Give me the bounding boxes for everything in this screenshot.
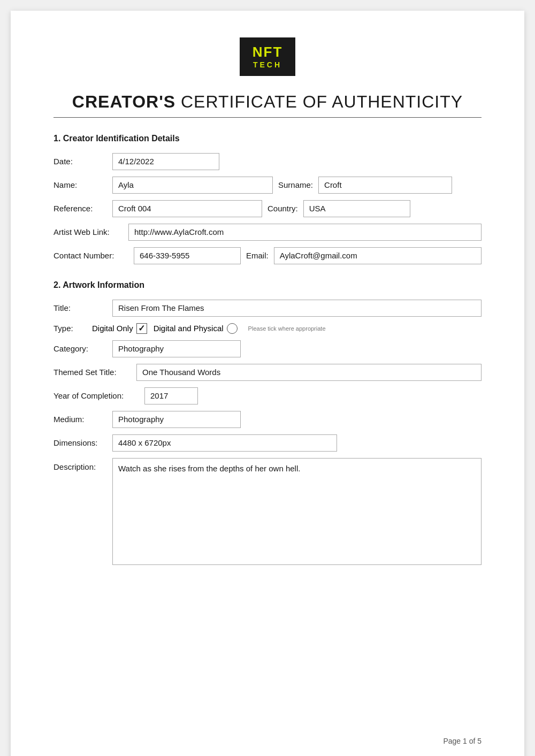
title-divider: [54, 117, 482, 118]
title-light: CERTIFICATE OF AUTHENTICITY: [175, 92, 463, 111]
description-field[interactable]: Watch as she rises from the depths of he…: [112, 458, 482, 565]
email-value: AylaCroft@gmail.com: [280, 251, 357, 260]
weblink-field[interactable]: http://www.AylaCroft.com: [128, 224, 482, 241]
section2-header: 2. Artwork Information: [54, 280, 482, 290]
description-label: Description:: [54, 462, 107, 471]
email-label: Email:: [246, 251, 269, 260]
title-bold: CREATOR'S: [72, 92, 175, 111]
year-row: Year of Completion: 2017: [54, 387, 482, 404]
weblink-row: Artist Web Link: http://www.AylaCroft.co…: [54, 224, 482, 241]
page-footer: Page 1 of 5: [443, 737, 482, 745]
section1: 1. Creator Identification Details Date: …: [54, 134, 482, 264]
category-label: Category:: [54, 344, 107, 353]
country-value: USA: [309, 204, 326, 213]
type-digital-physical[interactable]: Digital and Physical: [154, 323, 238, 334]
email-field[interactable]: AylaCroft@gmail.com: [274, 247, 482, 264]
type-digital-only[interactable]: Digital Only ✓: [92, 323, 147, 334]
country-label: Country:: [268, 204, 298, 213]
category-row: Category: Photography: [54, 340, 482, 357]
weblink-label: Artist Web Link:: [54, 227, 123, 236]
year-value: 2017: [150, 391, 168, 400]
date-label: Date:: [54, 157, 107, 166]
dimensions-row: Dimensions: 4480 x 6720px: [54, 434, 482, 452]
name-field[interactable]: Ayla: [112, 177, 273, 194]
medium-value: Photography: [118, 415, 164, 424]
themed-row: Themed Set Title: One Thousand Words: [54, 364, 482, 381]
artwork-title-field[interactable]: Risen From The Flames: [112, 300, 482, 317]
surname-label: Surname:: [278, 180, 313, 189]
date-value: 4/12/2022: [118, 157, 154, 166]
description-value: Watch as she rises from the depths of he…: [118, 464, 300, 473]
reference-label: Reference:: [54, 204, 107, 213]
date-field[interactable]: 4/12/2022: [112, 153, 219, 170]
medium-row: Medium: Photography: [54, 411, 482, 428]
surname-field[interactable]: Croft: [318, 177, 452, 194]
medium-field[interactable]: Photography: [112, 411, 241, 428]
phone-field[interactable]: 646-339-5955: [134, 247, 241, 264]
surname-value: Croft: [324, 180, 342, 189]
themed-label: Themed Set Title:: [54, 368, 131, 377]
year-label: Year of Completion:: [54, 391, 139, 400]
name-label: Name:: [54, 180, 107, 189]
themed-value: One Thousand Words: [142, 368, 220, 377]
category-field[interactable]: Photography: [112, 340, 241, 357]
type-tick-note: Please tick where appropriate: [248, 325, 326, 332]
digital-only-checkbox[interactable]: ✓: [136, 323, 147, 334]
reference-field[interactable]: Croft 004: [112, 200, 262, 217]
certificate-page: NFT TECH CREATOR'S CERTIFICATE OF AUTHEN…: [11, 11, 524, 756]
page-info: Page 1 of 5: [443, 737, 482, 745]
logo-line1: NFT: [253, 44, 283, 60]
dimensions-label: Dimensions:: [54, 438, 107, 447]
section1-header: 1. Creator Identification Details: [54, 134, 482, 143]
digital-physical-checkbox[interactable]: [227, 323, 238, 334]
logo-line2: TECH: [253, 60, 283, 70]
year-field[interactable]: 2017: [144, 387, 198, 404]
section2: 2. Artwork Information Title: Risen From…: [54, 280, 482, 565]
weblink-value: http://www.AylaCroft.com: [134, 227, 224, 236]
country-field[interactable]: USA: [303, 200, 410, 217]
medium-label: Medium:: [54, 415, 107, 424]
name-row: Name: Ayla Surname: Croft: [54, 177, 482, 194]
themed-field[interactable]: One Thousand Words: [136, 364, 482, 381]
date-row: Date: 4/12/2022: [54, 153, 482, 170]
phone-label: Contact Number:: [54, 251, 128, 260]
reference-value: Croft 004: [118, 204, 151, 213]
name-value: Ayla: [118, 180, 134, 189]
category-value: Photography: [118, 344, 164, 353]
phone-value: 646-339-5955: [140, 251, 189, 260]
logo-container: NFT TECH: [54, 37, 482, 76]
description-row: Description: Watch as she rises from the…: [54, 458, 482, 565]
dimensions-value: 4480 x 6720px: [118, 438, 171, 447]
type-option1-label: Digital Only: [92, 324, 133, 333]
nft-tech-logo: NFT TECH: [240, 37, 296, 76]
dimensions-field[interactable]: 4480 x 6720px: [112, 434, 337, 452]
type-option2-label: Digital and Physical: [154, 324, 224, 333]
artwork-title-value: Risen From The Flames: [118, 303, 204, 312]
artwork-title-label: Title:: [54, 303, 107, 312]
contact-row: Contact Number: 646-339-5955 Email: Ayla…: [54, 247, 482, 264]
type-row: Type: Digital Only ✓ Digital and Physica…: [54, 323, 482, 334]
certificate-title: CREATOR'S CERTIFICATE OF AUTHENTICITY: [54, 92, 482, 112]
type-label: Type:: [54, 324, 86, 333]
artwork-title-row: Title: Risen From The Flames: [54, 300, 482, 317]
reference-row: Reference: Croft 004 Country: USA: [54, 200, 482, 217]
